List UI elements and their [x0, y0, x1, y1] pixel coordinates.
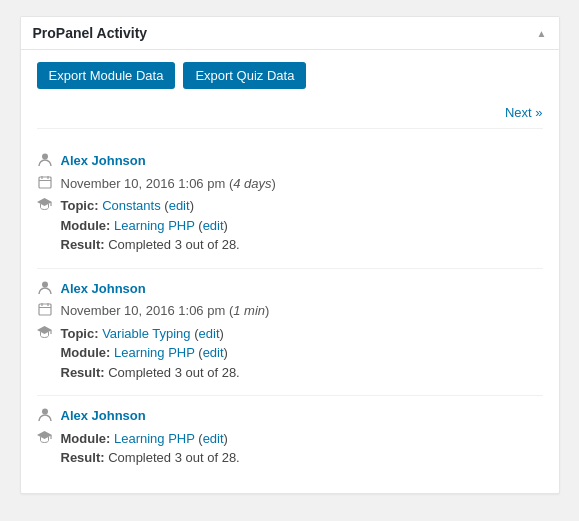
user-name-3: Alex Johnson: [61, 406, 543, 426]
user-row-2: Alex Johnson: [37, 279, 543, 299]
result-text-2: Completed 3 out of 28.: [108, 365, 240, 380]
result-label-1: Result:: [61, 237, 105, 252]
topic-label-1: Topic:: [61, 198, 99, 213]
user-link-1[interactable]: Alex Johnson: [61, 153, 146, 168]
user-icon-2: [37, 280, 53, 298]
module-label-3: Module:: [61, 431, 111, 446]
widget-body: Export Module Data Export Quiz Data Next…: [21, 50, 559, 493]
svg-point-14: [42, 409, 48, 415]
export-buttons-row: Export Module Data Export Quiz Data: [37, 62, 543, 89]
result-label-3: Result:: [61, 450, 105, 465]
date-row-2: November 10, 2016 1:06 pm (1 min): [37, 301, 543, 321]
result-text-1: Completed 3 out of 28.: [108, 237, 240, 252]
module-link-1[interactable]: Learning PHP: [114, 218, 195, 233]
activity-list: Alex Johnson November 10, 2016 1:06 pm (: [37, 141, 543, 481]
date-text-2: November 10, 2016 1:06 pm (1 min): [61, 301, 543, 321]
user-name-1: Alex Johnson: [61, 151, 543, 171]
user-link-3[interactable]: Alex Johnson: [61, 408, 146, 423]
result-label-2: Result:: [61, 365, 105, 380]
module-edit-link-3[interactable]: edit: [203, 431, 224, 446]
calendar-icon-1: [37, 175, 53, 192]
user-icon: [37, 152, 53, 170]
topic-label-2: Topic:: [61, 326, 99, 341]
topic-link-2[interactable]: Variable Typing: [102, 326, 190, 341]
svg-point-7: [42, 281, 48, 287]
module-label-1: Module:: [61, 218, 111, 233]
result-text-3: Completed 3 out of 28.: [108, 450, 240, 465]
user-icon-3: [37, 407, 53, 425]
date-row-1: November 10, 2016 1:06 pm (4 days): [37, 174, 543, 194]
topic-row-3: Module: Learning PHP (edit) Result: Comp…: [37, 429, 543, 468]
module-link-3[interactable]: Learning PHP: [114, 431, 195, 446]
duration-2: 1 min: [233, 303, 265, 318]
topic-edit-link-1[interactable]: edit: [169, 198, 190, 213]
svg-marker-15: [37, 431, 52, 439]
export-module-button[interactable]: Export Module Data: [37, 62, 176, 89]
svg-rect-8: [39, 304, 51, 315]
propanel-widget: ProPanel Activity ▲ Export Module Data E…: [20, 16, 560, 494]
graduation-icon-2: [37, 325, 53, 341]
topic-edit-link-2[interactable]: edit: [199, 326, 220, 341]
topic-row-1: Topic: Constants (edit) Module: Learning…: [37, 196, 543, 255]
graduation-icon-3: [37, 430, 53, 446]
module-link-2[interactable]: Learning PHP: [114, 345, 195, 360]
collapse-icon[interactable]: ▲: [537, 28, 547, 39]
user-row-3: Alex Johnson: [37, 406, 543, 426]
topic-row-2: Topic: Variable Typing (edit) Module: Le…: [37, 324, 543, 383]
svg-marker-5: [37, 198, 52, 206]
widget-header: ProPanel Activity ▲: [21, 17, 559, 50]
user-name-2: Alex Johnson: [61, 279, 543, 299]
topic-content-3: Module: Learning PHP (edit) Result: Comp…: [61, 429, 543, 468]
calendar-icon-2: [37, 302, 53, 319]
activity-entry-2: Alex Johnson November 10, 2016 1:06 pm (: [37, 269, 543, 397]
user-link-2[interactable]: Alex Johnson: [61, 281, 146, 296]
date-text-1: November 10, 2016 1:06 pm (4 days): [61, 174, 543, 194]
widget-title: ProPanel Activity: [33, 25, 148, 41]
topic-content-2: Topic: Variable Typing (edit) Module: Le…: [61, 324, 543, 383]
next-link[interactable]: Next »: [505, 105, 543, 120]
topic-link-1[interactable]: Constants: [102, 198, 161, 213]
user-row: Alex Johnson: [37, 151, 543, 171]
module-label-2: Module:: [61, 345, 111, 360]
duration-1: 4 days: [233, 176, 271, 191]
module-edit-link-2[interactable]: edit: [203, 345, 224, 360]
topic-content-1: Topic: Constants (edit) Module: Learning…: [61, 196, 543, 255]
pagination-row: Next »: [37, 101, 543, 129]
svg-marker-12: [37, 326, 52, 334]
activity-entry: Alex Johnson November 10, 2016 1:06 pm (: [37, 141, 543, 269]
svg-rect-1: [39, 177, 51, 188]
export-quiz-button[interactable]: Export Quiz Data: [183, 62, 306, 89]
graduation-icon-1: [37, 197, 53, 213]
svg-point-0: [42, 154, 48, 160]
activity-entry-3: Alex Johnson Module: Learning PHP: [37, 396, 543, 481]
module-edit-link-1[interactable]: edit: [203, 218, 224, 233]
